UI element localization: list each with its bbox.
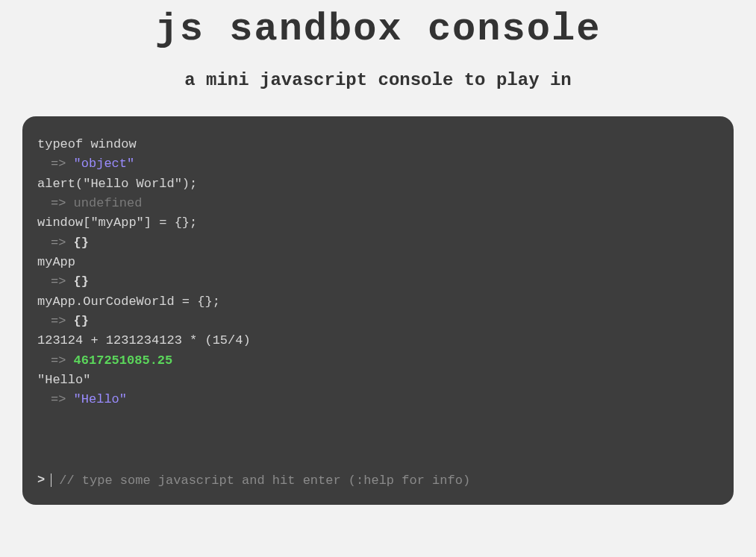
console-result: => "object" bbox=[37, 154, 719, 174]
console-result: => undefined bbox=[37, 194, 719, 213]
console-command: alert("Hello World"); bbox=[37, 174, 719, 194]
console-command: myApp bbox=[37, 253, 719, 272]
console-result: => {} bbox=[37, 272, 719, 292]
page-title: js sandbox console bbox=[0, 7, 756, 51]
console-result: => 4617251085.25 bbox=[37, 351, 719, 371]
result-value: 4617251085.25 bbox=[74, 353, 173, 368]
console-history: typeof window=> "object"alert("Hello Wor… bbox=[37, 135, 719, 448]
result-arrow: => bbox=[51, 353, 74, 368]
console-result: => "Hello" bbox=[37, 390, 719, 409]
console-command: window["myApp"] = {}; bbox=[37, 213, 719, 233]
input-cursor bbox=[51, 473, 51, 487]
console-command: myApp.OurCodeWorld = {}; bbox=[37, 292, 719, 312]
console-panel: typeof window=> "object"alert("Hello Wor… bbox=[22, 116, 734, 505]
result-value: "Hello" bbox=[74, 392, 127, 406]
page-subtitle: a mini javascript console to play in bbox=[0, 70, 756, 90]
result-value: "object" bbox=[74, 157, 135, 171]
result-arrow: => bbox=[51, 314, 74, 328]
result-arrow: => bbox=[51, 274, 74, 289]
result-arrow: => bbox=[51, 157, 74, 171]
console-command: "Hello" bbox=[37, 371, 719, 390]
console-result: => {} bbox=[37, 233, 719, 253]
prompt-symbol: > bbox=[37, 471, 45, 490]
result-value: {} bbox=[74, 236, 89, 250]
console-result: => {} bbox=[37, 312, 719, 331]
result-arrow: => bbox=[51, 196, 74, 210]
result-value: {} bbox=[74, 274, 89, 289]
console-input-line: > bbox=[37, 471, 719, 490]
result-value: undefined bbox=[74, 196, 143, 210]
result-arrow: => bbox=[51, 392, 74, 406]
result-arrow: => bbox=[51, 236, 74, 250]
page-container: js sandbox console a mini javascript con… bbox=[0, 7, 756, 505]
console-command: 123124 + 1231234123 * (15/4) bbox=[37, 331, 719, 350]
console-command: typeof window bbox=[37, 135, 719, 154]
console-input[interactable] bbox=[59, 473, 719, 488]
result-value: {} bbox=[74, 314, 89, 328]
